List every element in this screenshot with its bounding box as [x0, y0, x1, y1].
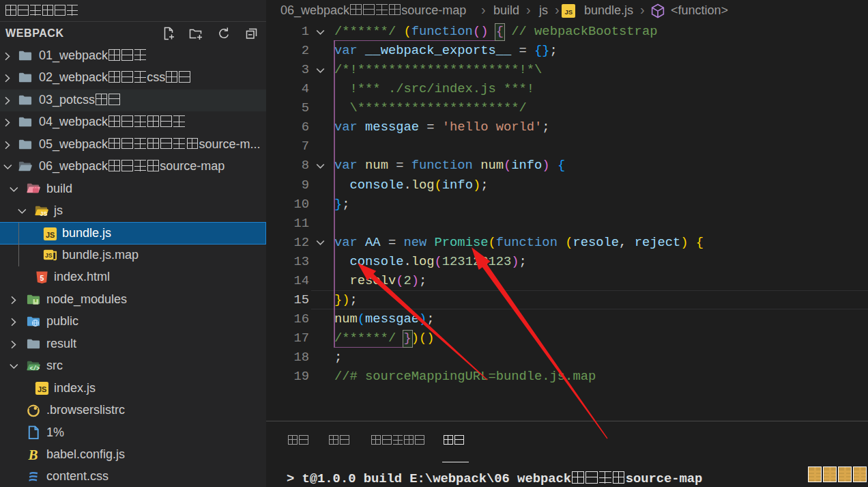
svg-text:B: B	[28, 447, 38, 462]
svg-text:5: 5	[40, 274, 44, 282]
svg-text:JS: JS	[45, 252, 53, 259]
svg-text:JS: JS	[40, 210, 48, 217]
svg-text:JS: JS	[46, 232, 55, 240]
svg-text:</>: </>	[30, 365, 40, 372]
svg-text:JS: JS	[38, 386, 46, 394]
svg-text:JS: JS	[564, 8, 573, 16]
